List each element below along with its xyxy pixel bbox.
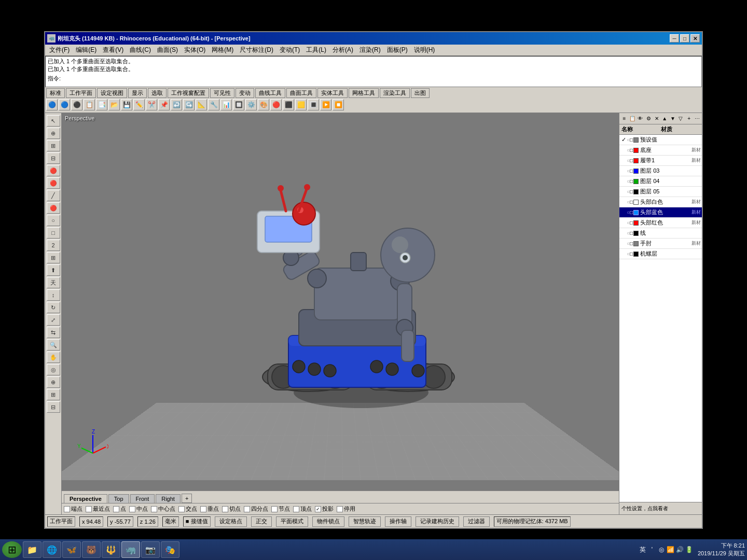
toolbar-btn-5[interactable]: 📑	[96, 99, 107, 110]
tab-transform[interactable]: 变动	[236, 88, 254, 98]
menu-transform[interactable]: 变动(T)	[276, 45, 303, 55]
taskbar-app-4[interactable]: 🐻	[82, 541, 101, 558]
toolbar-btn-24[interactable]: ⏹️	[333, 99, 344, 110]
rp-btn-settings[interactable]: ⚙	[645, 114, 653, 123]
taskbar-app-chrome[interactable]: 🌐	[43, 541, 61, 558]
snap-disable[interactable]: 停用	[337, 505, 355, 513]
taskbar-app-8[interactable]: 🎭	[161, 541, 179, 558]
layer-row-head-white[interactable]: ○ □ 头部白色 新材	[619, 197, 702, 207]
left-btn-rect[interactable]: □	[47, 227, 60, 239]
toolbar-btn-22[interactable]: 🔳	[308, 99, 319, 110]
snap-check-midpoint[interactable]	[129, 506, 135, 512]
btn-filter[interactable]: 过滤器	[463, 516, 490, 527]
vp-tab-add[interactable]: +	[182, 494, 192, 503]
snap-quad[interactable]: 四分点	[244, 505, 268, 513]
left-btn-extrude[interactable]: ⬆	[47, 264, 60, 276]
left-btn-move[interactable]: ↕	[47, 289, 60, 301]
rp-btn-layers[interactable]: ≡	[620, 114, 628, 123]
layer-row-03[interactable]: ○ □ 图层 03	[619, 166, 702, 176]
left-btn-ungroup[interactable]: ⊟	[47, 152, 60, 164]
toolbar-btn-10[interactable]: 📌	[158, 99, 170, 110]
layer-row-elbow[interactable]: ○ □ 手肘 新材	[619, 239, 702, 249]
minimize-button[interactable]: ─	[670, 34, 679, 43]
menu-help[interactable]: 说明(H)	[411, 45, 438, 55]
snap-check-knot[interactable]	[271, 506, 278, 512]
left-btn-cpoints[interactable]: ⊟	[47, 401, 60, 413]
left-btn-mirror[interactable]: ⇆	[47, 327, 60, 338]
menu-analyze[interactable]: 分析(A)	[329, 45, 356, 55]
snap-knot[interactable]: 节点	[271, 505, 290, 513]
tab-surftools[interactable]: 曲面工具	[286, 88, 316, 98]
menu-mesh[interactable]: 网格(M)	[209, 45, 237, 55]
toolbar-btn-11[interactable]: ↩️	[171, 99, 182, 110]
vp-tab-perspective[interactable]: Perspective	[64, 494, 107, 503]
tab-setview[interactable]: 设定视图	[97, 88, 127, 98]
maximize-button[interactable]: □	[680, 34, 689, 43]
menu-tools[interactable]: 工具(L)	[303, 45, 329, 55]
left-btn-trim[interactable]: 🔴	[47, 177, 60, 189]
menu-edit[interactable]: 编辑(E)	[73, 45, 100, 55]
vp-tab-top[interactable]: Top	[108, 494, 129, 503]
tab-meshtools[interactable]: 网格工具	[349, 88, 379, 98]
snap-check-center[interactable]	[151, 506, 157, 512]
toolbar-btn-17[interactable]: ⚙️	[245, 99, 257, 110]
layer-row-head-red[interactable]: ○ □ 头部红色 新材	[619, 218, 702, 228]
toolbar-btn-2[interactable]: 🔵	[59, 99, 70, 110]
snap-midpoint[interactable]: 中点	[129, 505, 148, 513]
rp-btn-add[interactable]: +	[685, 114, 693, 123]
snap-intersection[interactable]: 交点	[178, 505, 197, 513]
rp-btn-option[interactable]: ⋯	[693, 114, 701, 123]
toolbar-btn-1[interactable]: 🔵	[46, 99, 58, 110]
toolbar-btn-13[interactable]: 📐	[196, 99, 207, 110]
left-btn-target[interactable]: ⊕	[47, 376, 60, 388]
rp-btn-filter[interactable]: ▽	[677, 114, 685, 123]
toolbar-btn-8[interactable]: ✏️	[133, 99, 145, 110]
start-button[interactable]: ⊞	[2, 541, 22, 558]
snap-check-disable[interactable]	[337, 506, 343, 512]
close-button[interactable]: ✕	[690, 34, 700, 43]
toolbar-btn-3[interactable]: ⚫	[71, 99, 82, 110]
left-btn-del[interactable]: 🔴	[47, 165, 60, 176]
btn-ortho[interactable]: 正交	[251, 516, 272, 527]
layer-row-default[interactable]: ✓ ○ □ 预设值	[619, 135, 702, 145]
rp-btn-up[interactable]: ▲	[661, 114, 669, 123]
left-btn-dim[interactable]: 天	[47, 277, 60, 288]
snap-check-nearest[interactable]	[86, 506, 92, 512]
snap-check-tan[interactable]	[222, 506, 228, 512]
menu-solid[interactable]: 实体(O)	[181, 45, 209, 55]
layer-row-line[interactable]: ○ □ 线	[619, 228, 702, 239]
tab-standard[interactable]: 标准	[46, 88, 65, 98]
menu-surface[interactable]: 曲面(S)	[154, 45, 181, 55]
snap-check-point[interactable]	[113, 506, 119, 512]
toolbar-btn-9[interactable]: ✂️	[146, 99, 157, 110]
btn-gumball[interactable]: 操作轴	[385, 516, 411, 527]
menu-file[interactable]: 文件(F)	[46, 45, 73, 55]
snap-check-endpoint[interactable]	[64, 506, 70, 512]
toolbar-btn-16[interactable]: 🔲	[233, 99, 244, 110]
snap-project[interactable]: ✓ 投影	[315, 505, 334, 513]
left-btn-circle[interactable]: ○	[47, 215, 60, 226]
layer-row-base[interactable]: ○ □ 底座 新材	[619, 145, 702, 156]
toolbar-btn-20[interactable]: ⬛	[283, 99, 294, 110]
snap-check-vertex[interactable]	[293, 506, 299, 512]
toolbar-btn-19[interactable]: 🔴	[270, 99, 282, 110]
taskbar-app-explorer[interactable]: 📁	[23, 541, 42, 558]
left-btn-scale[interactable]: ⤢	[47, 314, 60, 326]
toolbar-btn-6[interactable]: 📂	[108, 99, 120, 110]
left-btn-pan[interactable]: ✋	[47, 352, 60, 363]
snap-endpoint[interactable]: 端点	[64, 505, 82, 513]
taskbar-app-rhino[interactable]: 🦏	[121, 541, 140, 558]
tab-solidtools[interactable]: 实体工具	[317, 88, 348, 98]
left-btn-curve[interactable]: 🔴	[47, 202, 60, 214]
toolbar-btn-18[interactable]: 🎨	[258, 99, 269, 110]
snap-check-perp[interactable]	[200, 506, 206, 512]
btn-osnap[interactable]: 物件锁点	[312, 516, 344, 527]
left-btn-2[interactable]: 2	[47, 240, 60, 251]
snap-check-project[interactable]: ✓	[315, 506, 321, 512]
rp-btn-properties[interactable]: 📋	[629, 114, 637, 123]
snap-check-quad[interactable]	[244, 506, 250, 512]
tab-select[interactable]: 选取	[148, 88, 167, 98]
rp-btn-view[interactable]: 👁	[637, 114, 644, 123]
tab-workplane[interactable]: 工作平面	[66, 88, 96, 98]
btn-planemode[interactable]: 平面模式	[276, 516, 308, 527]
